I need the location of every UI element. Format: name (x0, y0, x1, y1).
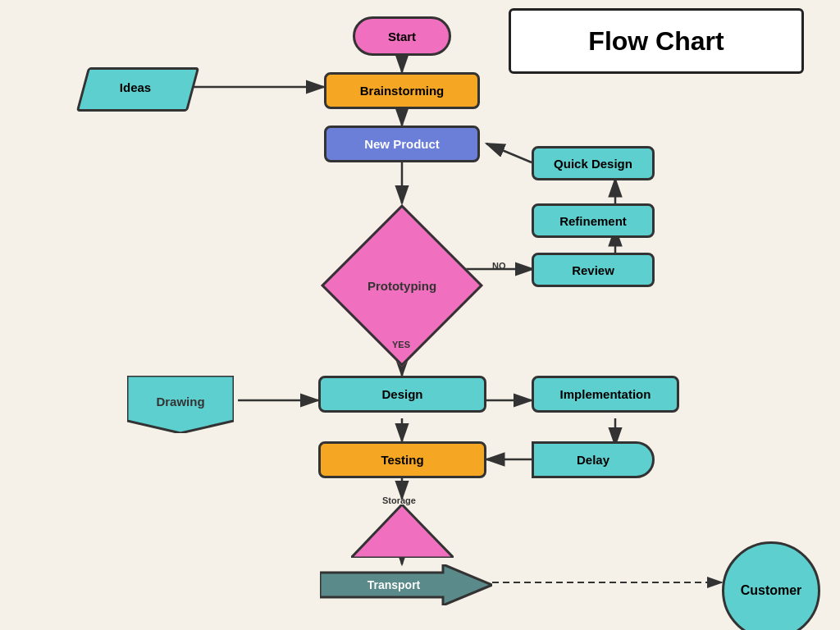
svg-line-7 (486, 144, 532, 162)
new-product-node: New Product (324, 126, 480, 162)
transport-svg: Transport (320, 564, 492, 605)
refinement-node: Refinement (532, 203, 655, 238)
transport-node: Transport (320, 564, 492, 605)
drawing-svg: Drawing (127, 376, 234, 433)
refinement-label: Refinement (559, 214, 627, 228)
review-label: Review (572, 263, 614, 277)
no-label: NO (492, 261, 506, 271)
implementation-label: Implementation (560, 387, 651, 401)
new-product-label: New Product (364, 137, 440, 151)
svg-text:Transport: Transport (368, 578, 421, 591)
title-text: Flow Chart (588, 26, 724, 57)
implementation-node: Implementation (532, 376, 679, 413)
review-node: Review (532, 253, 655, 287)
brainstorming-node: Brainstorming (324, 72, 480, 109)
storage-node (351, 504, 454, 561)
quick-design-label: Quick Design (554, 157, 632, 171)
title-box: Flow Chart (509, 8, 804, 74)
ideas-node: Ideas (82, 67, 189, 107)
delay-label: Delay (577, 453, 609, 467)
customer-node: Customer (722, 541, 820, 630)
delay-node: Delay (532, 441, 655, 478)
brainstorming-label: Brainstorming (360, 84, 445, 98)
customer-label: Customer (741, 583, 802, 598)
storage-svg (351, 504, 454, 558)
design-label: Design (381, 387, 422, 401)
start-label: Start (388, 30, 416, 43)
testing-label: Testing (381, 453, 423, 467)
prototyping-label: Prototyping (368, 279, 436, 293)
flowchart-canvas: Flow Chart (0, 0, 840, 630)
svg-marker-21 (351, 504, 454, 558)
svg-text:Drawing: Drawing (156, 395, 204, 409)
design-node: Design (318, 376, 486, 413)
testing-node: Testing (318, 441, 486, 478)
ideas-label: Ideas (120, 80, 151, 94)
quick-design-node: Quick Design (532, 146, 655, 180)
yes-label: YES (392, 340, 410, 349)
start-node: Start (353, 16, 451, 56)
drawing-node: Drawing (127, 376, 234, 433)
